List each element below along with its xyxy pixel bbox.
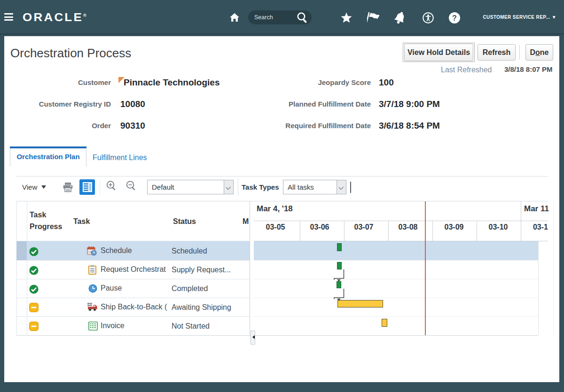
svg-text:?: ?: [452, 14, 457, 22]
